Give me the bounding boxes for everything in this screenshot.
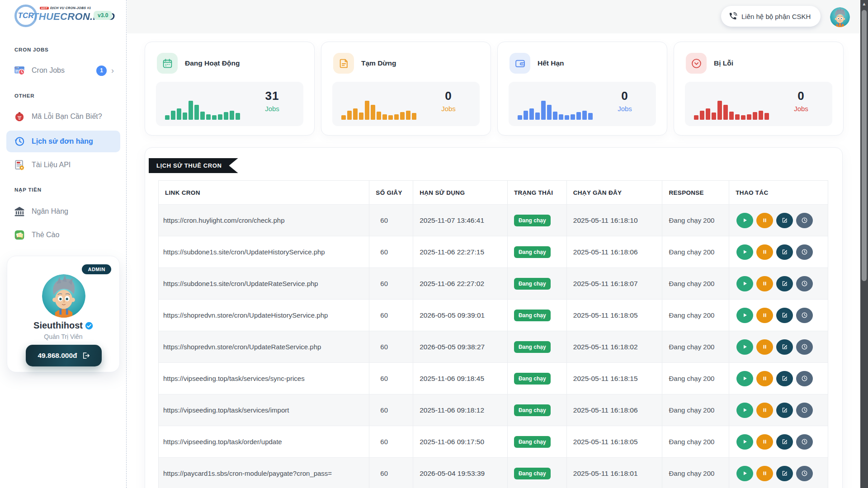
stat-unit: Jobs <box>428 105 469 113</box>
run-action-button[interactable] <box>736 339 753 355</box>
page-scrollbar[interactable]: ▲ <box>860 0 868 488</box>
response-cell: Đang chạy 200 <box>662 457 729 488</box>
edit-action-button[interactable] <box>776 276 793 291</box>
expiry-cell: 2026-05-04 19:53:39 <box>413 457 508 488</box>
sidebar-item-order-history[interactable]: Lịch sử đơn hàng <box>6 131 120 152</box>
sidebar-item-cron-jobs[interactable]: Cron Jobs 1 › <box>6 60 120 81</box>
edit-action-button[interactable] <box>776 339 793 355</box>
pause-action-button[interactable] <box>756 403 773 418</box>
status-cell: Đang chạy <box>508 299 567 331</box>
expiry-cell: 2025-11-06 22:27:15 <box>413 236 508 267</box>
pause-action-button[interactable] <box>756 434 773 450</box>
edit-action-button[interactable] <box>776 308 793 323</box>
history-action-button[interactable] <box>796 213 813 228</box>
response-cell: Đang chạy 200 <box>662 204 729 236</box>
history-action-button[interactable] <box>796 308 813 323</box>
cron-jobs-count-badge: 1 <box>96 66 107 76</box>
stat-card: Đang Hoạt Động 31 Jobs <box>145 42 315 136</box>
edit-action-button[interactable] <box>776 403 793 418</box>
spark-bar <box>741 115 745 120</box>
history-action-button[interactable] <box>796 466 813 481</box>
sidebar-item-bank[interactable]: Ngân Hàng <box>6 201 120 222</box>
spark-bar <box>377 112 381 120</box>
stat-title: Hết Hạn <box>538 59 564 67</box>
stat-icon-tile <box>686 53 707 74</box>
pause-action-button[interactable] <box>756 466 773 481</box>
edit-action-button[interactable] <box>776 213 793 228</box>
spark-bar <box>565 115 569 120</box>
status-cell: Đang chạy <box>508 362 567 394</box>
history-action-button[interactable] <box>796 244 813 260</box>
sidebar-item-api-docs[interactable]: Tài Liệu API <box>6 154 120 176</box>
pause-action-button[interactable] <box>756 276 773 291</box>
expiry-cell: 2026-05-05 09:38:27 <box>413 331 508 362</box>
response-cell: Đang chạy 200 <box>662 299 729 331</box>
column-header: TRẠNG THÁI <box>508 181 567 204</box>
history-action-button[interactable] <box>796 434 813 450</box>
pause-action-button[interactable] <box>756 213 773 228</box>
user-avatar[interactable] <box>830 7 850 27</box>
contact-support-label: Liên hệ bộ phận CSKH <box>741 13 811 20</box>
spark-bar <box>753 112 757 120</box>
history-action-button[interactable] <box>796 371 813 386</box>
brand-tagline-chip: HOT <box>40 7 49 9</box>
cron-link-cell: https://cron.huylight.com/cron/check.php <box>159 204 369 236</box>
run-action-button[interactable] <box>736 466 753 481</box>
column-header: CHẠY GẦN ĐÂY <box>567 181 663 204</box>
stat-value: 0 <box>604 89 645 103</box>
scratch-card-icon <box>14 229 25 241</box>
sidebar-item-card[interactable]: Thẻ Cào <box>6 224 120 246</box>
contact-support-button[interactable]: Liên hệ bộ phận CSKH <box>721 6 821 27</box>
spark-bar <box>588 113 593 120</box>
column-header: RESPONSE <box>662 181 729 204</box>
spark-bar <box>694 115 698 120</box>
stat-icon-tile <box>157 53 178 74</box>
sidebar-item-error-codes[interactable]: Mã Lỗi Bạn Cần Biết? <box>6 106 120 127</box>
stat-icon-tile <box>509 53 530 74</box>
pause-action-button[interactable] <box>756 371 773 386</box>
edit-action-button[interactable] <box>776 434 793 450</box>
pause-action-button[interactable] <box>756 339 773 355</box>
history-action-button[interactable] <box>796 276 813 291</box>
cron-history-table: LINK CRONSỐ GIÂYHẠN SỬ DỤNGTRẠNG THÁICHẠ… <box>158 180 828 488</box>
status-badge: Đang chạy <box>514 341 551 353</box>
history-action-button[interactable] <box>796 339 813 355</box>
profile-role: Quản Trị Viên <box>7 333 119 340</box>
table-title-ribbon: LỊCH SỬ THUÊ CRON <box>149 158 238 173</box>
edit-action-button[interactable] <box>776 244 793 260</box>
edit-action-button[interactable] <box>776 466 793 481</box>
actions-cell <box>729 426 828 457</box>
balance-logout-button[interactable]: 49.868.000đ <box>26 345 102 366</box>
edit-action-button[interactable] <box>776 371 793 386</box>
spark-bar <box>541 101 546 120</box>
run-action-button[interactable] <box>736 276 753 291</box>
stat-card: Hết Hạn 0 Jobs <box>497 42 667 136</box>
run-action-button[interactable] <box>736 213 753 228</box>
spark-bar <box>341 115 346 120</box>
run-action-button[interactable] <box>736 434 753 450</box>
run-action-button[interactable] <box>736 244 753 260</box>
pause-action-button[interactable] <box>756 244 773 260</box>
run-action-button[interactable] <box>736 371 753 386</box>
status-cell: Đang chạy <box>508 236 567 267</box>
pause-action-button[interactable] <box>756 308 773 323</box>
run-action-button[interactable] <box>736 403 753 418</box>
spark-bar <box>177 108 181 120</box>
section-label-topup: NẠP TIỀN <box>14 187 42 192</box>
scrollbar-up-arrow[interactable]: ▲ <box>862 1 867 6</box>
balance-amount: 49.868.000đ <box>38 352 77 360</box>
history-action-button[interactable] <box>796 403 813 418</box>
status-cell: Đang chạy <box>508 457 567 488</box>
spark-bar <box>518 115 522 120</box>
scrollbar-thumb[interactable] <box>862 10 867 281</box>
status-badge: Đang chạy <box>514 468 551 479</box>
table-row: https://subdone1s.site/cron/UpdateRateSe… <box>159 267 828 299</box>
last-run-cell: 2025-05-11 16:18:15 <box>567 362 663 394</box>
column-header: LINK CRON <box>159 181 369 204</box>
status-badge: Đang chạy <box>514 436 551 448</box>
run-action-button[interactable] <box>736 308 753 323</box>
response-cell: Đang chạy 200 <box>662 267 729 299</box>
response-cell: Đang chạy 200 <box>662 362 729 394</box>
spark-bar <box>212 115 217 120</box>
admin-role-badge: ADMIN <box>82 264 111 274</box>
